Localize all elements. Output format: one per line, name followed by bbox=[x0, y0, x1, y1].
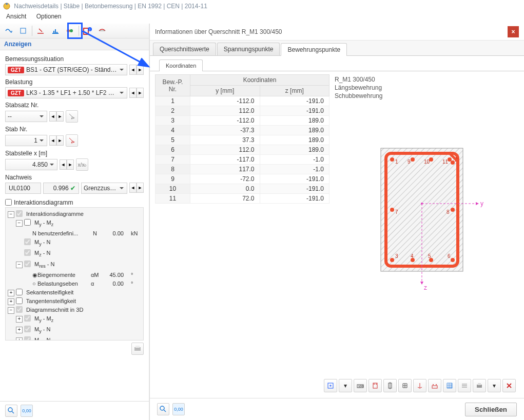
vt-3[interactable] bbox=[368, 379, 382, 392]
tool-info-section[interactable]: i bbox=[81, 24, 94, 37]
svg-point-36 bbox=[451, 258, 455, 262]
menu-ansicht[interactable]: Ansicht bbox=[2, 11, 30, 22]
vt-values[interactable] bbox=[458, 379, 471, 392]
situation-prev[interactable]: ◄ bbox=[129, 65, 137, 75]
svg-text:8: 8 bbox=[447, 209, 450, 215]
panel-header: Anzeigen bbox=[0, 38, 149, 50]
nachweis-ratio: 0.996 ✔ bbox=[43, 183, 79, 194]
svg-text:4: 4 bbox=[411, 253, 414, 259]
stabstelle-next[interactable]: ► bbox=[67, 159, 74, 170]
svg-point-16 bbox=[390, 157, 394, 162]
svg-point-30 bbox=[390, 258, 394, 262]
combo-belastung[interactable]: GZTLK3 - 1.35 * LF1 + 1.50 * LF2 + 1.... bbox=[5, 87, 127, 98]
combo-stabsatz[interactable]: -- bbox=[5, 111, 47, 122]
svg-text:10: 10 bbox=[424, 159, 430, 165]
tree-diagramme[interactable]: − Interaktionsdiagramme − My - Mz N benu… bbox=[5, 207, 144, 341]
section-name: R_M1 300/450 bbox=[335, 75, 519, 84]
vt-grid[interactable] bbox=[443, 379, 456, 392]
svg-rect-5 bbox=[84, 28, 88, 34]
svg-point-49 bbox=[376, 384, 377, 385]
tab-bewehrungspunkte[interactable]: Bewehrungspunkte bbox=[281, 43, 347, 56]
stabsatz-prev[interactable]: ◄ bbox=[49, 111, 56, 122]
vt-print[interactable] bbox=[473, 379, 486, 392]
vt-reset[interactable] bbox=[502, 379, 516, 392]
svg-point-26 bbox=[390, 208, 394, 212]
th-z: z [mm] bbox=[260, 86, 329, 96]
tab-querschnittswerte[interactable]: Querschnittswerte bbox=[153, 43, 216, 55]
svg-point-20 bbox=[429, 157, 433, 162]
vt-7[interactable] bbox=[428, 379, 441, 392]
combo-situation[interactable]: GZTBS1 - GZT (STR/GEO) - Ständig ... bbox=[5, 64, 127, 75]
svg-point-22 bbox=[448, 157, 452, 162]
svg-point-52 bbox=[433, 384, 434, 385]
th-nr: Bew.-P.Nr. bbox=[156, 75, 190, 96]
label-nachweis: Nachweis bbox=[5, 174, 144, 181]
stab-prev[interactable]: ◄ bbox=[49, 135, 56, 146]
svg-rect-10 bbox=[135, 346, 140, 348]
table-row: 3-112.0189.0 bbox=[156, 116, 329, 126]
stabstelle-prev[interactable]: ◄ bbox=[60, 159, 67, 170]
subtab-koordinaten[interactable]: Koordinaten bbox=[159, 59, 203, 71]
nachweis-prev[interactable]: ◄ bbox=[129, 183, 137, 193]
svg-point-56 bbox=[160, 406, 164, 410]
viewer-toolbar: ▾ 100 ▾ bbox=[323, 378, 517, 393]
th-y: y [mm] bbox=[190, 86, 260, 96]
stab-next[interactable]: ► bbox=[56, 135, 64, 146]
stabstelle-xx0-button[interactable]: x/x₀ bbox=[76, 158, 88, 171]
svg-rect-1 bbox=[6, 3, 8, 5]
tool-3[interactable] bbox=[34, 24, 48, 37]
vt-5[interactable] bbox=[398, 379, 412, 392]
dlg-decimals-icon[interactable]: 0,00 bbox=[172, 403, 185, 415]
tool-4[interactable] bbox=[49, 24, 62, 37]
situation-next[interactable]: ► bbox=[137, 65, 144, 75]
label-laengsbewehrung: Längsbewehrung bbox=[335, 84, 519, 92]
footer-search-icon[interactable] bbox=[5, 405, 17, 417]
dlg-search-icon[interactable] bbox=[157, 403, 169, 415]
tool-7[interactable] bbox=[95, 24, 109, 37]
print-icon[interactable] bbox=[131, 343, 144, 355]
table-row: 6112.0189.0 bbox=[156, 145, 329, 155]
app-icon bbox=[3, 3, 10, 10]
vt-print-dd[interactable]: ▾ bbox=[488, 379, 501, 392]
menu-optionen[interactable]: Optionen bbox=[32, 11, 66, 22]
menubar: Ansicht Optionen bbox=[0, 12, 524, 24]
vt-dropdown[interactable]: ▾ bbox=[339, 379, 352, 392]
svg-text:7: 7 bbox=[395, 209, 398, 215]
vt-6[interactable] bbox=[413, 379, 426, 392]
nachweis-code: UL0100 bbox=[5, 183, 41, 194]
belastung-next[interactable]: ► bbox=[137, 88, 144, 98]
table-row: 2112.0-191.0 bbox=[156, 106, 329, 116]
nachweis-next[interactable]: ► bbox=[137, 183, 144, 193]
tab-spannungspunkte[interactable]: Spannungspunkte bbox=[217, 43, 280, 55]
label-stabstelle: Stabstelle x [m] bbox=[5, 150, 144, 157]
stabsatz-next[interactable]: ► bbox=[56, 111, 64, 122]
combo-stabstelle[interactable]: 4.850 bbox=[5, 159, 57, 170]
tool-1[interactable] bbox=[2, 24, 15, 37]
close-button[interactable]: Schließen bbox=[465, 403, 517, 416]
close-icon[interactable]: × bbox=[508, 26, 519, 37]
belastung-prev[interactable]: ◄ bbox=[129, 88, 137, 98]
svg-rect-9 bbox=[134, 347, 141, 351]
svg-text:11: 11 bbox=[442, 159, 449, 165]
stabsatz-pick-icon[interactable] bbox=[66, 110, 78, 123]
table-row: 4-37.3189.0 bbox=[156, 126, 329, 135]
svg-rect-51 bbox=[432, 386, 437, 388]
stab-pick-icon[interactable] bbox=[66, 134, 78, 147]
table-row: 537.3189.0 bbox=[156, 135, 329, 145]
combo-nachweis[interactable]: Grenzzustand de... bbox=[81, 183, 127, 194]
tool-2[interactable] bbox=[16, 24, 30, 37]
svg-text:5: 5 bbox=[428, 253, 431, 259]
label-stabsatz: Stabsatz Nr. bbox=[5, 102, 144, 109]
svg-text:y: y bbox=[480, 200, 483, 207]
footer-decimals-icon[interactable]: 0,00 bbox=[21, 405, 33, 417]
svg-text:3: 3 bbox=[395, 253, 398, 259]
svg-text:1: 1 bbox=[395, 159, 398, 165]
table-row: 1-112.0-191.0 bbox=[156, 96, 329, 106]
vt-4[interactable] bbox=[383, 379, 397, 392]
vt-2[interactable]: 100 bbox=[354, 379, 367, 392]
vt-1[interactable] bbox=[324, 379, 337, 392]
svg-point-24 bbox=[451, 161, 455, 165]
combo-stab[interactable]: 1 bbox=[5, 135, 47, 146]
checkbox-interaktionsdiagramm[interactable]: Interaktionsdiagramm bbox=[5, 199, 73, 206]
tool-5[interactable] bbox=[63, 24, 76, 37]
